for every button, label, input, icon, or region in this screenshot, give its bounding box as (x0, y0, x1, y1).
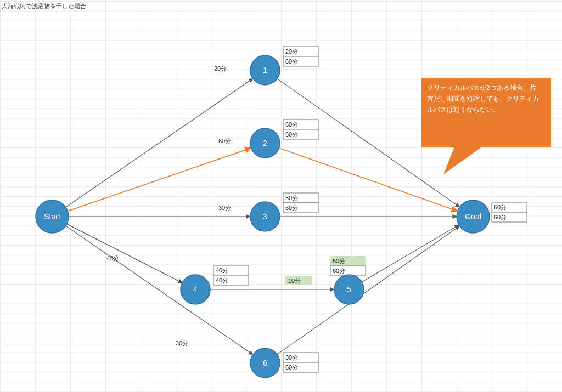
edge-label-Start-6: 30分 (176, 340, 188, 346)
node-label-6: 6 (263, 359, 267, 367)
timebox-bottom-text-1: 60分 (285, 58, 298, 65)
edge-Start-4 (67, 224, 182, 283)
timebox-bottom-text-5: 60分 (333, 268, 345, 274)
node-label-Start: Start (44, 212, 60, 221)
timebox-top-text-Goal: 60分 (494, 204, 507, 211)
node-label-2: 2 (263, 139, 267, 147)
node-label-Goal: Goal (465, 212, 481, 221)
timebox-top-text-2: 60分 (285, 121, 298, 128)
timebox-bottom-text-6: 60分 (285, 364, 298, 371)
timebox-bottom-text-3: 60分 (285, 204, 298, 211)
edge-label-Start-4: 40分 (106, 255, 119, 262)
callout: クリティカルパスが2つある場合、片方だけ期間を短縮しても、クリティカルパスは短く… (422, 78, 551, 174)
edge-6-Goal (277, 226, 459, 354)
pert-diagram: 20分60分60分60分30分60分40分40分50分60分30分60分60分6… (0, 0, 562, 392)
callout-tail (443, 147, 482, 174)
node-label-1: 1 (263, 66, 267, 75)
edge-5-Goal (362, 225, 459, 282)
edge-label-Start-3: 30分 (218, 204, 231, 211)
callout-line-2: ルパスは短くならない。 (427, 106, 499, 113)
timebox-bottom-text-4: 40分 (216, 277, 228, 283)
timebox-top-text-6: 30分 (285, 354, 298, 361)
edge-label-Start-1: 20分 (214, 65, 227, 72)
edge-label-Start-2: 60分 (218, 138, 231, 144)
timebox-top-text-4: 40分 (216, 267, 228, 274)
node-label-4: 4 (193, 285, 198, 294)
timebox-bottom-text-2: 60分 (285, 131, 298, 138)
timebox-bottom-text-Goal: 60分 (494, 214, 507, 220)
edge-label-layer: 20分60分30分40分30分10分 (106, 65, 312, 346)
callout-line-0: クリティカルパスが2つある場合、片 (427, 84, 536, 92)
node-label-5: 5 (347, 285, 351, 294)
edge-Start-2 (68, 148, 251, 211)
timebox-top-text-3: 30分 (285, 195, 298, 201)
edge-Start-6 (66, 226, 253, 355)
callout-line-1: 方だけ期間を短縮しても、クリティカ (427, 95, 539, 103)
node-label-3: 3 (263, 212, 267, 221)
edge-label-4-5: 10分 (288, 277, 301, 284)
timebox-top-text-1: 20分 (285, 48, 298, 55)
timebox-top-text-5: 50分 (333, 258, 345, 264)
